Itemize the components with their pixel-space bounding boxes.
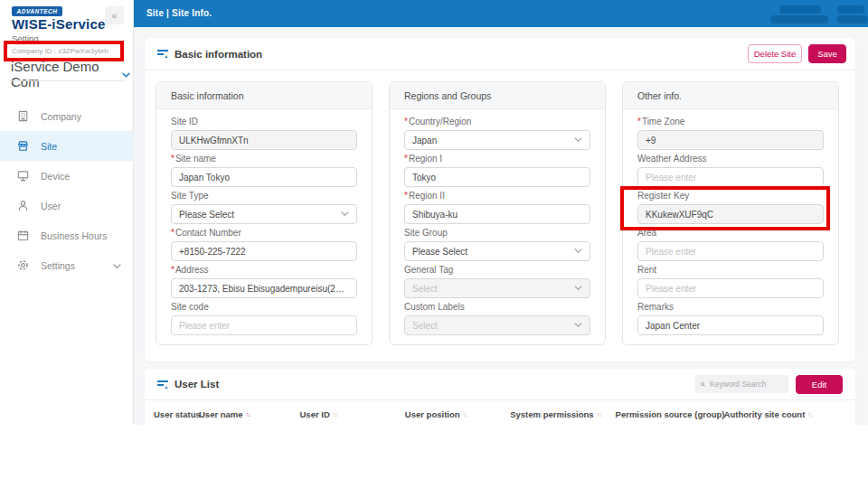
- edit-button[interactable]: Edit: [796, 375, 843, 394]
- breadcrumb: Site | Site Info.: [146, 8, 212, 18]
- sidebar-item-label: Settings: [41, 260, 75, 271]
- field-label: General Tag: [404, 265, 590, 276]
- sidebar-item-business-hours[interactable]: Business Hours: [0, 221, 134, 250]
- card-title: Other info.: [623, 82, 838, 109]
- product-title: WISE-iService: [12, 16, 105, 32]
- column-header-permission-source-group-[interactable]: Permission source (group)↑↓: [616, 409, 724, 419]
- region-1-input[interactable]: Tokyo: [404, 167, 590, 187]
- sidebar-item-label: Company: [41, 111, 81, 122]
- sidebar-item-label: User: [41, 201, 61, 211]
- region-2-input[interactable]: Shibuya-ku: [404, 204, 590, 224]
- general-tag-select[interactable]: Select: [404, 278, 590, 298]
- field-label: Site ID: [171, 117, 357, 127]
- sidebar-item-label: Business Hours: [41, 230, 108, 241]
- site-id-input[interactable]: ULKHwGfmnXTn: [171, 130, 357, 150]
- setting-label: Setting: [12, 33, 39, 43]
- user-list-title: User List: [175, 379, 219, 389]
- form-cards: Basic informationSite IDULKHwGfmnXTn*Sit…: [156, 81, 839, 345]
- weather-address-input[interactable]: Please enter: [637, 167, 824, 187]
- site-group-select[interactable]: Please Select: [404, 241, 590, 261]
- field-label: Register Key: [637, 191, 824, 202]
- field-label: Site code: [171, 302, 357, 313]
- site-code-input[interactable]: Please enter: [171, 315, 357, 335]
- save-button[interactable]: Save: [808, 44, 846, 63]
- column-header-user-status[interactable]: User status↑↓: [154, 409, 199, 419]
- chevron-down-icon: [574, 137, 582, 143]
- remarks-input[interactable]: Japan Center: [637, 315, 824, 335]
- chevron-down-icon: [574, 323, 582, 328]
- field-label: Area: [637, 228, 824, 239]
- sort-icon[interactable]: ↑↓: [807, 411, 812, 418]
- sort-icon[interactable]: ↑↓: [597, 411, 601, 418]
- rent-input[interactable]: Please enter: [637, 278, 824, 298]
- section-list-icon: [157, 380, 168, 389]
- basic-information-header: Basic information Delete Site Save: [145, 38, 855, 70]
- user-icon: [16, 199, 30, 212]
- advantech-logo: ADVANTECH: [12, 6, 62, 16]
- sidebar: ADVANTECH « WISE-iService Setting Compan…: [0, 0, 134, 425]
- time-zone-input[interactable]: +9: [637, 130, 824, 150]
- chevron-down-icon: [122, 72, 130, 79]
- field-label: *Contact Number: [171, 228, 357, 239]
- sidebar-item-settings[interactable]: Settings: [0, 250, 134, 280]
- redacted-topbar-item: [779, 5, 821, 14]
- field-label: Custom Labels: [404, 302, 590, 313]
- main-content: Basic information Delete Site Save Basic…: [134, 27, 868, 425]
- keyword-search-box[interactable]: [694, 375, 788, 393]
- search-icon: [701, 380, 705, 389]
- app-window: ADVANTECH « WISE-iService Setting Compan…: [0, 0, 868, 425]
- sort-icon[interactable]: ↑↓: [246, 411, 250, 418]
- field-label: *Site name: [171, 154, 357, 164]
- sort-icon[interactable]: ↑↓: [463, 411, 467, 418]
- redacted-topbar-item: [837, 15, 868, 23]
- column-header-system-permissions[interactable]: System permissions↑↓: [510, 409, 615, 419]
- user-list-header: User List Edit: [145, 369, 855, 399]
- company-selector[interactable]: iService Demo Com: [11, 59, 130, 89]
- area-input[interactable]: Please enter: [637, 241, 824, 261]
- delete-site-button[interactable]: Delete Site: [748, 44, 802, 63]
- field-label: Weather Address: [637, 154, 824, 164]
- country-region-select[interactable]: Japan: [404, 130, 590, 150]
- section-title: Basic information: [175, 49, 262, 60]
- sidebar-item-site[interactable]: Site: [0, 131, 134, 161]
- column-header-user-position[interactable]: User position↑↓: [405, 409, 510, 419]
- field-label: Site Group: [404, 228, 590, 239]
- sidebar-divider: [9, 80, 125, 81]
- field-label: Rent: [637, 265, 824, 276]
- sidebar-item-device[interactable]: Device: [0, 161, 134, 191]
- card-title: Basic information: [156, 82, 372, 109]
- custom-labels-select[interactable]: Select: [404, 315, 590, 335]
- card-regions-and-groups: Regions and Groups*Country/RegionJapan*R…: [389, 81, 606, 345]
- company-id-text: Company ID : z3ZPwXw3ybrh: [12, 47, 108, 55]
- keyword-search-input[interactable]: [710, 380, 782, 389]
- sidebar-menu: CompanySiteDeviceUserBusiness HoursSetti…: [0, 101, 134, 280]
- column-header-user-name[interactable]: User name↑↓: [199, 409, 300, 419]
- section-list-icon: [157, 49, 168, 59]
- user-list-panel: User List Edit User status↑↓User name↑↓U…: [145, 369, 855, 425]
- field-label: Site Type: [171, 191, 357, 202]
- field-label: Remarks: [637, 302, 824, 313]
- field-label: *Region II: [404, 191, 590, 202]
- redacted-topbar-item: [837, 5, 864, 14]
- company-name-label: iService Demo Com: [11, 59, 117, 89]
- basic-information-panel: Basic information Delete Site Save Basic…: [145, 38, 855, 361]
- contact-number-input[interactable]: +8150-225-7222: [171, 241, 357, 261]
- field-label: *Time Zone: [637, 117, 824, 127]
- sort-icon[interactable]: ↑↓: [333, 411, 337, 418]
- column-header-authority-site-count[interactable]: Authority site count↑↓: [724, 409, 855, 419]
- sidebar-collapse-button[interactable]: «: [105, 6, 124, 24]
- site-type-select[interactable]: Please Select: [171, 204, 357, 224]
- address-input[interactable]: 203-1273, Ebisu Ebisugadempureisu(20-kai…: [171, 278, 357, 298]
- site-name-input[interactable]: Japan Tokyo: [171, 167, 357, 187]
- column-header-user-id[interactable]: User ID↑↓: [300, 409, 405, 419]
- monitor-icon: [16, 169, 30, 183]
- field-label: *Region I: [404, 154, 590, 164]
- register-key-input[interactable]: KKukewXUF9qC: [637, 204, 824, 224]
- sidebar-item-company[interactable]: Company: [0, 101, 134, 131]
- field-label: *Address: [171, 265, 357, 276]
- card-basic-information: Basic informationSite IDULKHwGfmnXTn*Sit…: [156, 81, 373, 345]
- sidebar-item-user[interactable]: User: [0, 191, 134, 221]
- topbar: Site | Site Info.: [134, 0, 868, 27]
- storefront-icon: [16, 139, 30, 153]
- calendar-icon: [16, 229, 30, 242]
